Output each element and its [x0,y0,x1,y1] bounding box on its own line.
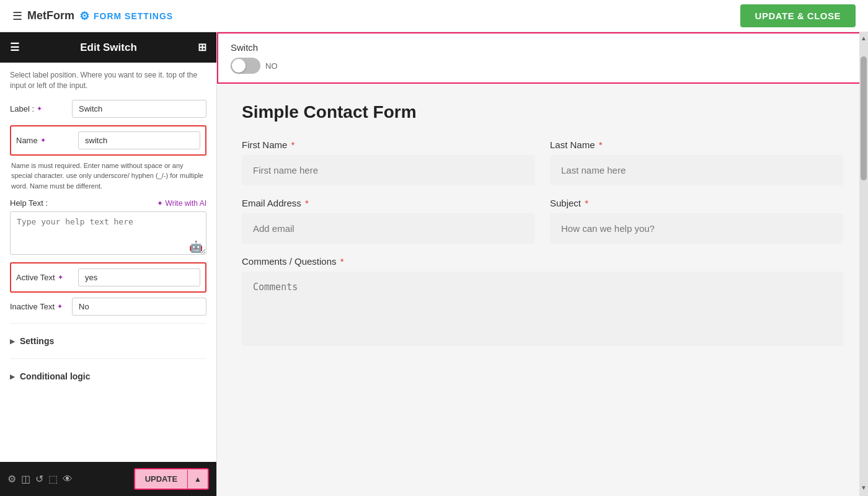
sidebar-content: Select label position. Where you want to… [0,63,216,462]
comments-field: Comments / Questions * [242,256,843,348]
form-content: Simple Contact Form First Name * Last Na… [217,84,868,379]
switch-toggle-container: NO [231,58,854,74]
help-textarea-wrapper: 🤖 [10,211,206,257]
active-text-label: Active Text ✦ [16,273,78,282]
help-text-header: Help Text : ✦ Write with AI [10,198,206,208]
toggle-label: NO [265,61,278,71]
main-layout: ☰ Edit Switch ⊞ Select label position. W… [0,32,868,496]
switch-preview-box: Switch NO [217,32,868,84]
label-input[interactable] [72,100,206,118]
name-field-wrapper: Name ✦ [10,125,206,156]
last-name-required: * [599,140,603,150]
first-name-input[interactable] [242,155,535,185]
toggle-track[interactable] [231,58,260,74]
active-text-row: Active Text ✦ [16,268,200,286]
bot-icon: 🤖 [189,240,203,254]
sidebar-grid-icon[interactable]: ⊞ [198,41,206,54]
form-row-2: Email Address * Subject * [242,198,843,244]
form-row-3: Comments / Questions * [242,256,843,348]
label-field-label: Label : ✦ [10,104,72,113]
update-close-button[interactable]: UPDATE & CLOSE [740,4,856,27]
layers-icon[interactable]: ◫ [21,473,30,485]
label-hint: Select label position. Where you want to… [10,70,206,91]
inactive-text-input[interactable] [72,298,206,316]
switch-preview-label: Switch [231,42,854,53]
first-name-label: First Name * [242,140,535,150]
hamburger-icon[interactable]: ☰ [12,9,22,23]
update-chevron-button[interactable]: ▲ [187,470,208,489]
header: ☰ MetForm ⚙ FORM SETTINGS UPDATE & CLOSE [0,0,868,32]
comments-textarea[interactable] [242,272,843,346]
divider-1 [10,323,206,324]
email-required: * [305,198,309,208]
gear-icon: ⚙ [79,9,90,23]
first-name-required: * [291,140,295,150]
scrollbar: ▲ ▼ [859,32,868,496]
active-magic-icon: ✦ [58,273,63,281]
last-name-field: Last Name * [550,140,843,185]
toggle-knob [232,59,246,73]
name-hint: Name is must required. Enter name withou… [10,161,206,192]
conditional-logic-label: Conditional logic [20,371,91,381]
settings-label: Settings [20,336,54,346]
last-name-label: Last Name * [550,140,843,150]
active-text-wrapper: Active Text ✦ [10,262,206,293]
history-icon[interactable]: ↺ [35,473,43,485]
header-left: ☰ MetForm ⚙ FORM SETTINGS [12,9,173,23]
sidebar-title: Edit Switch [80,42,137,54]
preview-icon[interactable]: 👁 [63,474,73,485]
inactive-magic-icon: ✦ [57,303,63,311]
email-field: Email Address * [242,198,535,244]
inactive-text-row: Inactive Text ✦ [10,298,206,316]
subject-label: Subject * [550,198,843,208]
sidebar-header: ☰ Edit Switch ⊞ [0,32,216,63]
form-title: Simple Contact Form [242,102,843,122]
write-with-ai-button[interactable]: ✦ Write with AI [157,199,206,208]
name-input[interactable] [78,131,200,149]
settings-bottom-icon[interactable]: ⚙ [7,473,16,485]
form-settings-label: FORM SETTINGS [94,11,173,21]
scroll-up-icon[interactable]: ▲ [858,32,868,44]
conditional-logic-header[interactable]: ▶ Conditional logic [10,366,206,386]
label-field-row: Label : ✦ [10,100,206,118]
sidebar-menu-icon[interactable]: ☰ [10,41,19,54]
name-field-label: Name ✦ [16,136,78,145]
active-text-input[interactable] [78,268,200,286]
conditional-logic-section: ▶ Conditional logic [10,366,206,386]
brand-name: MetForm [27,9,74,22]
form-row-1: First Name * Last Name * [242,140,843,185]
sidebar-bottom: ⚙ ◫ ↺ ⬚ 👁 UPDATE ▲ [0,462,216,496]
last-name-input[interactable] [550,155,843,185]
name-field-row: Name ✦ [16,131,200,149]
label-magic-icon: ✦ [37,105,42,113]
subject-field: Subject * [550,198,843,244]
update-button[interactable]: UPDATE [135,469,187,489]
sidebar: ☰ Edit Switch ⊞ Select label position. W… [0,32,217,496]
scroll-thumb[interactable] [861,56,867,180]
conditional-logic-arrow-icon: ▶ [10,373,15,380]
inactive-text-label: Inactive Text ✦ [10,302,72,311]
settings-section: ▶ Settings [10,331,206,351]
comments-label: Comments / Questions * [242,256,843,267]
comments-required: * [340,256,344,267]
email-label: Email Address * [242,198,535,208]
help-text-row: Help Text : ✦ Write with AI 🤖 [10,198,206,257]
preview-area: Switch NO Simple Contact Form First Name… [217,32,868,496]
settings-arrow-icon: ▶ [10,338,15,345]
settings-header[interactable]: ▶ Settings [10,331,206,351]
scroll-down-icon[interactable]: ▼ [858,482,868,494]
email-input[interactable] [242,213,535,244]
help-text-label: Help Text : [10,198,48,208]
help-textarea[interactable] [10,211,206,255]
subject-required: * [585,198,588,208]
divider-2 [10,358,206,359]
form-settings-link[interactable]: ⚙ FORM SETTINGS [79,9,173,23]
duplicate-icon[interactable]: ⬚ [48,473,58,485]
first-name-field: First Name * [242,140,535,185]
inactive-field-row: Inactive Text ✦ [10,298,206,316]
name-magic-icon: ✦ [40,136,46,144]
update-button-wrapper: UPDATE ▲ [134,468,209,490]
subject-input[interactable] [550,213,843,244]
